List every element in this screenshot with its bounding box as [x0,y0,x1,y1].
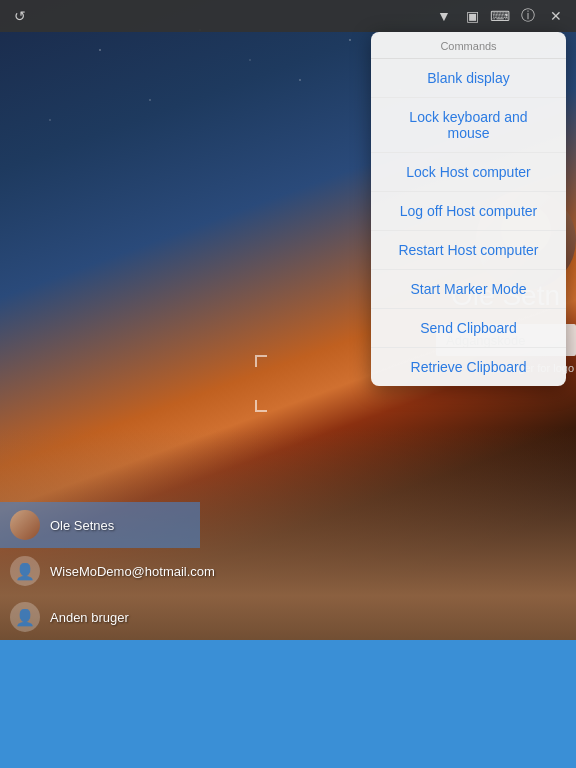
keyboard-icon[interactable]: ⌨ [488,4,512,28]
user-avatar-ole-setnes [10,510,40,540]
info-icon[interactable]: ⓘ [516,4,540,28]
close-icon[interactable]: ✕ [544,4,568,28]
user-list: Ole Setnes👤WiseMoDemo@hotmail.com👤Anden … [0,502,200,640]
refresh-icon[interactable]: ↺ [8,4,32,28]
user-avatar-wisemo-demo: 👤 [10,556,40,586]
user-label-wisemo-demo: WiseMoDemo@hotmail.com [50,564,215,579]
user-avatar-anden-bruger: 👤 [10,602,40,632]
command-item-lock-host[interactable]: Lock Host computer [371,153,566,192]
resize-handle-bottomleft[interactable] [255,400,267,412]
monitor-icon[interactable]: ▣ [460,4,484,28]
toolbar-right: ▼ ▣ ⌨ ⓘ ✕ [432,4,568,28]
bottom-bar [0,640,576,768]
dropdown-icon[interactable]: ▼ [432,4,456,28]
command-list: Blank displayLock keyboard and mouseLock… [371,59,566,386]
command-item-logoff-host[interactable]: Log off Host computer [371,192,566,231]
command-item-retrieve-clipboard[interactable]: Retrieve Clipboard [371,348,566,386]
toolbar-left: ↺ [8,4,32,28]
command-item-lock-keyboard-mouse[interactable]: Lock keyboard and mouse [371,98,566,153]
command-item-send-clipboard[interactable]: Send Clipboard [371,309,566,348]
commands-dropdown: Commands Blank displayLock keyboard and … [371,32,566,386]
user-label-ole-setnes: Ole Setnes [50,518,114,533]
resize-handle-topleft[interactable] [255,355,267,367]
user-item-wisemo-demo[interactable]: 👤WiseMoDemo@hotmail.com [0,548,200,594]
command-item-blank-display[interactable]: Blank display [371,59,566,98]
user-item-ole-setnes[interactable]: Ole Setnes [0,502,200,548]
command-item-restart-host[interactable]: Restart Host computer [371,231,566,270]
commands-header: Commands [371,32,566,59]
user-label-anden-bruger: Anden bruger [50,610,129,625]
toolbar: ↺ ▼ ▣ ⌨ ⓘ ✕ [0,0,576,32]
command-item-start-marker[interactable]: Start Marker Mode [371,270,566,309]
user-item-anden-bruger[interactable]: 👤Anden bruger [0,594,200,640]
